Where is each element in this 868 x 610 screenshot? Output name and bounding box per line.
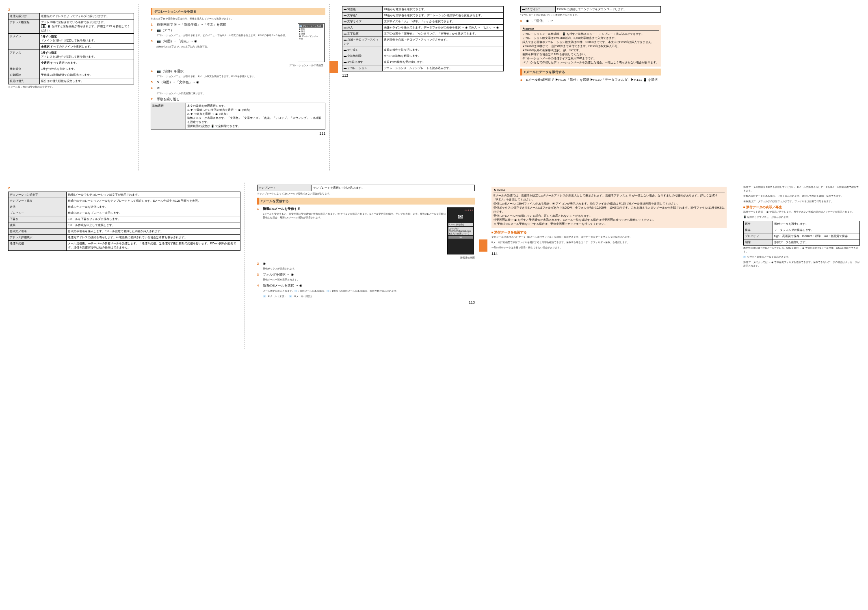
page-112: ▬ 背景色24色から背景色を選択できます。 ▬ 文字色*24色から文字色を選択で… bbox=[338, 4, 508, 170]
step7-table: 装飾選択 本文の装飾を範囲選択します。 1. ✚ で装飾したい文字の始点を選択 … bbox=[151, 103, 325, 129]
phone-caption: 新着通知画面 bbox=[263, 256, 475, 260]
icon-legend: 📧：Eメール（未読） 📧：Eメール（既読） bbox=[263, 295, 475, 298]
tbl-label: 送信先振分け bbox=[9, 13, 40, 19]
phone-screenshot: ● ● ● ● ● ✉ Eメール新着受信 山田太郎子 XXXXXXX@ezweb… bbox=[447, 207, 474, 254]
phone-screenshot: 📧 デコレーション作成 ■ 宛先 ■ 件名 ■ 添付 ▣ デコレ／ピクチャ 本文 bbox=[298, 23, 325, 62]
page-113-left: 2 デコレーション絵文字他社Eメールでもデコレーション絵文字が表示されます。 テ… bbox=[4, 183, 245, 349]
step-2-num: 2 bbox=[8, 7, 13, 12]
page-number: 111 bbox=[151, 131, 325, 136]
attachment-submenu-table: 再生添付データを再生します。 保存データフォルダに保存します。 プロパティhig… bbox=[743, 221, 860, 246]
subsection-title: ■ 添付データを確認する bbox=[491, 230, 727, 235]
page-number: 114 bbox=[491, 252, 727, 256]
page-113: テンプレートテンプレートを選択して読み込みます。 ※テンプレートによってはEメー… bbox=[253, 183, 479, 349]
step-2-num: 2 bbox=[8, 186, 13, 190]
thumb-tab bbox=[483, 239, 487, 252]
ez-table: ▬ EZ サイト*EZweb に接続してコンテンツをダウンロードします。 bbox=[520, 6, 661, 13]
memo-header: memo bbox=[522, 27, 659, 31]
memo-box: memo Eメールの受信では、送信者が設定したFメールアドレスが差出人として表示… bbox=[491, 187, 727, 228]
section-title: デコレーションメールを送る bbox=[151, 8, 325, 15]
page-111: デコレーションメールを送る 本文の文字色や背景色を変えたり、画像を挿入してメール… bbox=[147, 4, 330, 170]
submenu-table: デコレーション絵文字他社Eメールでもデコレーション絵文字が表示されます。 テンプ… bbox=[8, 192, 240, 251]
thumb-tab bbox=[333, 61, 338, 73]
subsection-title: ■ 添付データの表示／再生 bbox=[743, 205, 860, 209]
footnote: ※メール振り分けは受信時のみ有効です。 bbox=[8, 85, 134, 89]
ok-button[interactable]: OK bbox=[448, 236, 473, 239]
template-table: テンプレートテンプレートを選択して読み込みます。 bbox=[257, 185, 475, 191]
memo-box: memo デコレーションメール作成時、📱 を押すと装飾メニュー→ テンプレート読… bbox=[520, 25, 661, 67]
phone-key-icon: 📱 bbox=[41, 24, 46, 28]
decoration-menu-table: ▬ 背景色24色から背景色を選択できます。 ▬ 文字色*24色から文字色を選択で… bbox=[342, 6, 504, 71]
page-number: 113 bbox=[257, 300, 475, 304]
memo-header: memo bbox=[494, 189, 725, 192]
section-title: Eメールにデータを添付する bbox=[520, 69, 661, 75]
page-114: memo Eメールの受信では、送信者が設定したFメールアドレスが差出人として表示… bbox=[487, 183, 731, 349]
page-114-right: 添付データの詳細は P.127 を参照してください。Eメールに添付されたデータを… bbox=[739, 183, 864, 349]
page-113-top: ▬ EZ サイト*EZweb に接続してコンテンツをダウンロードします。 *ダウ… bbox=[516, 4, 665, 170]
mail-icon: ✉ bbox=[448, 213, 473, 221]
section-title: Eメールを受信する bbox=[257, 198, 475, 205]
settings-table: 送信先振分け送信先のアドレスによってフォルダに振り分けます。 アドレス帳登録アド… bbox=[8, 13, 134, 84]
phone-caption: デコレーションメール作成画面 bbox=[156, 64, 323, 67]
page-number: 112 bbox=[342, 73, 504, 78]
page-111-left: 2 送信先振分け送信先のアドレスによってフォルダに振り分けます。 アドレス帳登録… bbox=[4, 4, 139, 170]
